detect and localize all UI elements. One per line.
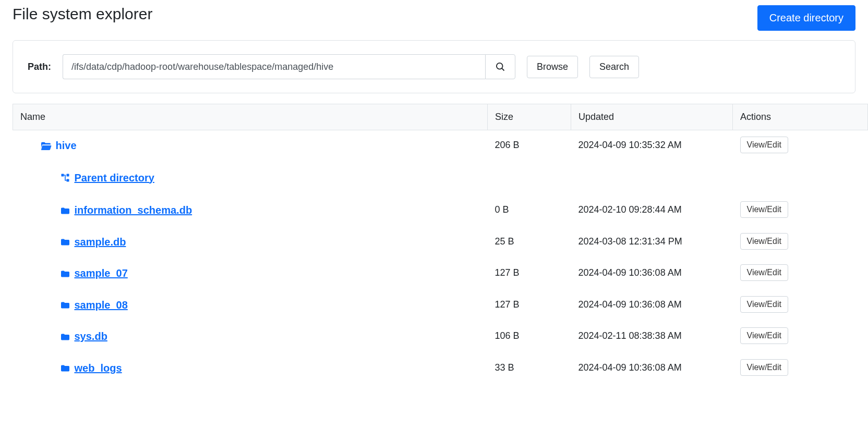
view-edit-button[interactable]: View/Edit bbox=[740, 359, 788, 376]
folder-icon bbox=[60, 333, 70, 341]
folder-link[interactable]: sample_08 bbox=[75, 299, 128, 311]
svg-rect-3 bbox=[66, 174, 69, 177]
table-row-root: hive206 B2024-04-09 10:35:32 AMView/Edit bbox=[13, 130, 868, 163]
col-header-size: Size bbox=[488, 104, 571, 130]
table-row: sample_08127 B2024-04-09 10:36:08 AMView… bbox=[13, 290, 868, 322]
tree-icon bbox=[60, 173, 70, 183]
view-edit-button[interactable]: View/Edit bbox=[740, 296, 788, 313]
folder-icon bbox=[60, 238, 70, 246]
svg-line-1 bbox=[502, 68, 504, 70]
create-directory-button[interactable]: Create directory bbox=[757, 5, 855, 31]
cell-size: 33 B bbox=[488, 353, 571, 385]
cell-size: 25 B bbox=[488, 227, 571, 259]
path-label: Path: bbox=[28, 62, 51, 72]
file-table: Name Size Updated Actions hive206 B2024-… bbox=[13, 104, 868, 384]
view-edit-button[interactable]: View/Edit bbox=[740, 327, 788, 344]
root-updated: 2024-04-09 10:35:32 AM bbox=[571, 130, 733, 163]
cell-updated: 2024-02-11 08:38:38 AM bbox=[571, 321, 733, 353]
view-edit-button[interactable]: View/Edit bbox=[740, 137, 788, 153]
folder-link[interactable]: sample_07 bbox=[75, 267, 128, 279]
svg-rect-4 bbox=[66, 179, 69, 182]
view-edit-button[interactable]: View/Edit bbox=[740, 264, 788, 281]
view-edit-button[interactable]: View/Edit bbox=[740, 201, 788, 218]
search-icon bbox=[495, 62, 505, 72]
cell-size: 106 B bbox=[488, 321, 571, 353]
cell-updated: 2024-04-09 10:36:08 AM bbox=[571, 258, 733, 290]
root-folder-link[interactable]: hive bbox=[56, 140, 77, 152]
browse-button[interactable]: Browse bbox=[527, 56, 578, 78]
table-row: information_schema.db0 B2024-02-10 09:28… bbox=[13, 195, 868, 227]
table-row-parent: Parent directory bbox=[13, 163, 868, 195]
parent-directory-link[interactable]: Parent directory bbox=[75, 172, 154, 184]
svg-point-0 bbox=[497, 63, 503, 69]
table-row: sys.db106 B2024-02-11 08:38:38 AMView/Ed… bbox=[13, 321, 868, 353]
table-row: web_logs33 B2024-04-09 10:36:08 AMView/E… bbox=[13, 353, 868, 385]
folder-link[interactable]: sys.db bbox=[75, 330, 107, 342]
folder-icon bbox=[60, 269, 70, 278]
cell-size: 127 B bbox=[488, 258, 571, 290]
folder-icon bbox=[60, 206, 70, 215]
path-search-icon-button[interactable] bbox=[485, 54, 515, 79]
folder-link[interactable]: information_schema.db bbox=[75, 204, 192, 216]
cell-updated: 2024-02-10 09:28:44 AM bbox=[571, 195, 733, 227]
view-edit-button[interactable]: View/Edit bbox=[740, 233, 788, 250]
col-header-updated: Updated bbox=[571, 104, 733, 130]
cell-size: 0 B bbox=[488, 195, 571, 227]
svg-rect-2 bbox=[61, 174, 64, 177]
folder-icon bbox=[60, 364, 70, 372]
cell-updated: 2024-03-08 12:31:34 PM bbox=[571, 227, 733, 259]
cell-size: 127 B bbox=[488, 290, 571, 322]
path-input[interactable] bbox=[63, 54, 485, 79]
page-title: File system explorer bbox=[13, 5, 152, 23]
cell-updated: 2024-04-09 10:36:08 AM bbox=[571, 353, 733, 385]
folder-link[interactable]: web_logs bbox=[75, 362, 122, 374]
table-row: sample.db25 B2024-03-08 12:31:34 PMView/… bbox=[13, 227, 868, 259]
folder-link[interactable]: sample.db bbox=[75, 236, 126, 248]
col-header-actions: Actions bbox=[733, 104, 868, 130]
cell-updated: 2024-04-09 10:36:08 AM bbox=[571, 290, 733, 322]
search-button[interactable]: Search bbox=[589, 56, 639, 78]
path-panel: Path: Browse Search bbox=[13, 40, 855, 93]
root-size: 206 B bbox=[488, 130, 571, 163]
table-row: sample_07127 B2024-04-09 10:36:08 AMView… bbox=[13, 258, 868, 290]
col-header-name: Name bbox=[13, 104, 488, 130]
folder-icon bbox=[60, 301, 70, 309]
folder-open-icon bbox=[40, 141, 52, 151]
